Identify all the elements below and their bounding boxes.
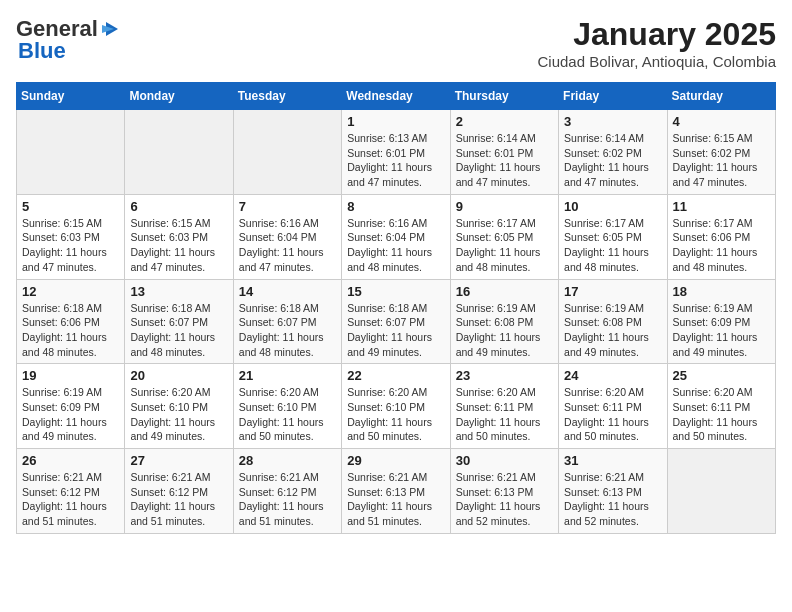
day-info: Sunrise: 6:14 AMSunset: 6:01 PMDaylight:… <box>456 131 553 190</box>
calendar-week-row: 26Sunrise: 6:21 AMSunset: 6:12 PMDayligh… <box>17 449 776 534</box>
day-info: Sunrise: 6:19 AMSunset: 6:08 PMDaylight:… <box>456 301 553 360</box>
day-number: 9 <box>456 199 553 214</box>
day-info: Sunrise: 6:14 AMSunset: 6:02 PMDaylight:… <box>564 131 661 190</box>
calendar-cell: 2Sunrise: 6:14 AMSunset: 6:01 PMDaylight… <box>450 110 558 195</box>
calendar-cell: 19Sunrise: 6:19 AMSunset: 6:09 PMDayligh… <box>17 364 125 449</box>
day-number: 28 <box>239 453 336 468</box>
logo-bird-icon <box>100 18 122 40</box>
day-number: 7 <box>239 199 336 214</box>
day-info: Sunrise: 6:20 AMSunset: 6:11 PMDaylight:… <box>456 385 553 444</box>
calendar-cell: 18Sunrise: 6:19 AMSunset: 6:09 PMDayligh… <box>667 279 775 364</box>
page-subtitle: Ciudad Bolivar, Antioquia, Colombia <box>538 53 776 70</box>
calendar-cell: 28Sunrise: 6:21 AMSunset: 6:12 PMDayligh… <box>233 449 341 534</box>
logo: General Blue <box>16 16 122 64</box>
calendar-cell: 23Sunrise: 6:20 AMSunset: 6:11 PMDayligh… <box>450 364 558 449</box>
calendar-cell: 27Sunrise: 6:21 AMSunset: 6:12 PMDayligh… <box>125 449 233 534</box>
calendar-cell: 4Sunrise: 6:15 AMSunset: 6:02 PMDaylight… <box>667 110 775 195</box>
calendar-cell: 25Sunrise: 6:20 AMSunset: 6:11 PMDayligh… <box>667 364 775 449</box>
calendar-cell: 3Sunrise: 6:14 AMSunset: 6:02 PMDaylight… <box>559 110 667 195</box>
page-header: General Blue January 2025 Ciudad Bolivar… <box>16 16 776 70</box>
day-info: Sunrise: 6:20 AMSunset: 6:11 PMDaylight:… <box>673 385 770 444</box>
column-header-saturday: Saturday <box>667 83 775 110</box>
day-info: Sunrise: 6:18 AMSunset: 6:07 PMDaylight:… <box>130 301 227 360</box>
day-info: Sunrise: 6:20 AMSunset: 6:10 PMDaylight:… <box>347 385 444 444</box>
day-info: Sunrise: 6:15 AMSunset: 6:03 PMDaylight:… <box>130 216 227 275</box>
calendar-table: SundayMondayTuesdayWednesdayThursdayFrid… <box>16 82 776 534</box>
day-number: 27 <box>130 453 227 468</box>
day-info: Sunrise: 6:15 AMSunset: 6:03 PMDaylight:… <box>22 216 119 275</box>
calendar-cell: 30Sunrise: 6:21 AMSunset: 6:13 PMDayligh… <box>450 449 558 534</box>
calendar-week-row: 1Sunrise: 6:13 AMSunset: 6:01 PMDaylight… <box>17 110 776 195</box>
day-number: 30 <box>456 453 553 468</box>
day-number: 8 <box>347 199 444 214</box>
calendar-cell: 24Sunrise: 6:20 AMSunset: 6:11 PMDayligh… <box>559 364 667 449</box>
calendar-cell <box>233 110 341 195</box>
day-number: 13 <box>130 284 227 299</box>
day-number: 11 <box>673 199 770 214</box>
calendar-week-row: 19Sunrise: 6:19 AMSunset: 6:09 PMDayligh… <box>17 364 776 449</box>
day-number: 31 <box>564 453 661 468</box>
calendar-cell: 12Sunrise: 6:18 AMSunset: 6:06 PMDayligh… <box>17 279 125 364</box>
day-info: Sunrise: 6:18 AMSunset: 6:07 PMDaylight:… <box>239 301 336 360</box>
calendar-cell: 21Sunrise: 6:20 AMSunset: 6:10 PMDayligh… <box>233 364 341 449</box>
day-number: 18 <box>673 284 770 299</box>
day-info: Sunrise: 6:21 AMSunset: 6:13 PMDaylight:… <box>347 470 444 529</box>
day-number: 5 <box>22 199 119 214</box>
day-info: Sunrise: 6:20 AMSunset: 6:10 PMDaylight:… <box>239 385 336 444</box>
day-info: Sunrise: 6:20 AMSunset: 6:10 PMDaylight:… <box>130 385 227 444</box>
calendar-cell: 22Sunrise: 6:20 AMSunset: 6:10 PMDayligh… <box>342 364 450 449</box>
column-header-friday: Friday <box>559 83 667 110</box>
day-number: 3 <box>564 114 661 129</box>
day-number: 14 <box>239 284 336 299</box>
calendar-cell: 31Sunrise: 6:21 AMSunset: 6:13 PMDayligh… <box>559 449 667 534</box>
calendar-cell <box>667 449 775 534</box>
calendar-cell: 13Sunrise: 6:18 AMSunset: 6:07 PMDayligh… <box>125 279 233 364</box>
logo-blue: Blue <box>18 38 66 64</box>
day-number: 15 <box>347 284 444 299</box>
calendar-cell: 29Sunrise: 6:21 AMSunset: 6:13 PMDayligh… <box>342 449 450 534</box>
calendar-cell: 8Sunrise: 6:16 AMSunset: 6:04 PMDaylight… <box>342 194 450 279</box>
calendar-cell: 6Sunrise: 6:15 AMSunset: 6:03 PMDaylight… <box>125 194 233 279</box>
calendar-cell: 9Sunrise: 6:17 AMSunset: 6:05 PMDaylight… <box>450 194 558 279</box>
day-number: 23 <box>456 368 553 383</box>
calendar-cell: 14Sunrise: 6:18 AMSunset: 6:07 PMDayligh… <box>233 279 341 364</box>
day-number: 19 <box>22 368 119 383</box>
day-number: 16 <box>456 284 553 299</box>
page-title: January 2025 <box>538 16 776 53</box>
day-info: Sunrise: 6:21 AMSunset: 6:13 PMDaylight:… <box>564 470 661 529</box>
day-number: 1 <box>347 114 444 129</box>
day-info: Sunrise: 6:19 AMSunset: 6:09 PMDaylight:… <box>22 385 119 444</box>
calendar-cell: 16Sunrise: 6:19 AMSunset: 6:08 PMDayligh… <box>450 279 558 364</box>
calendar-cell <box>17 110 125 195</box>
day-info: Sunrise: 6:17 AMSunset: 6:06 PMDaylight:… <box>673 216 770 275</box>
day-info: Sunrise: 6:20 AMSunset: 6:11 PMDaylight:… <box>564 385 661 444</box>
day-info: Sunrise: 6:16 AMSunset: 6:04 PMDaylight:… <box>239 216 336 275</box>
day-number: 6 <box>130 199 227 214</box>
day-number: 12 <box>22 284 119 299</box>
day-number: 26 <box>22 453 119 468</box>
calendar-header-row: SundayMondayTuesdayWednesdayThursdayFrid… <box>17 83 776 110</box>
day-number: 4 <box>673 114 770 129</box>
day-number: 25 <box>673 368 770 383</box>
day-info: Sunrise: 6:16 AMSunset: 6:04 PMDaylight:… <box>347 216 444 275</box>
day-info: Sunrise: 6:21 AMSunset: 6:13 PMDaylight:… <box>456 470 553 529</box>
day-info: Sunrise: 6:21 AMSunset: 6:12 PMDaylight:… <box>22 470 119 529</box>
day-number: 29 <box>347 453 444 468</box>
calendar-week-row: 5Sunrise: 6:15 AMSunset: 6:03 PMDaylight… <box>17 194 776 279</box>
calendar-cell: 1Sunrise: 6:13 AMSunset: 6:01 PMDaylight… <box>342 110 450 195</box>
calendar-cell: 11Sunrise: 6:17 AMSunset: 6:06 PMDayligh… <box>667 194 775 279</box>
day-number: 20 <box>130 368 227 383</box>
column-header-tuesday: Tuesday <box>233 83 341 110</box>
day-info: Sunrise: 6:19 AMSunset: 6:08 PMDaylight:… <box>564 301 661 360</box>
day-number: 22 <box>347 368 444 383</box>
calendar-cell: 15Sunrise: 6:18 AMSunset: 6:07 PMDayligh… <box>342 279 450 364</box>
day-info: Sunrise: 6:17 AMSunset: 6:05 PMDaylight:… <box>564 216 661 275</box>
column-header-wednesday: Wednesday <box>342 83 450 110</box>
calendar-cell: 26Sunrise: 6:21 AMSunset: 6:12 PMDayligh… <box>17 449 125 534</box>
column-header-thursday: Thursday <box>450 83 558 110</box>
day-info: Sunrise: 6:13 AMSunset: 6:01 PMDaylight:… <box>347 131 444 190</box>
title-block: January 2025 Ciudad Bolivar, Antioquia, … <box>538 16 776 70</box>
calendar-cell: 7Sunrise: 6:16 AMSunset: 6:04 PMDaylight… <box>233 194 341 279</box>
day-info: Sunrise: 6:21 AMSunset: 6:12 PMDaylight:… <box>239 470 336 529</box>
column-header-sunday: Sunday <box>17 83 125 110</box>
